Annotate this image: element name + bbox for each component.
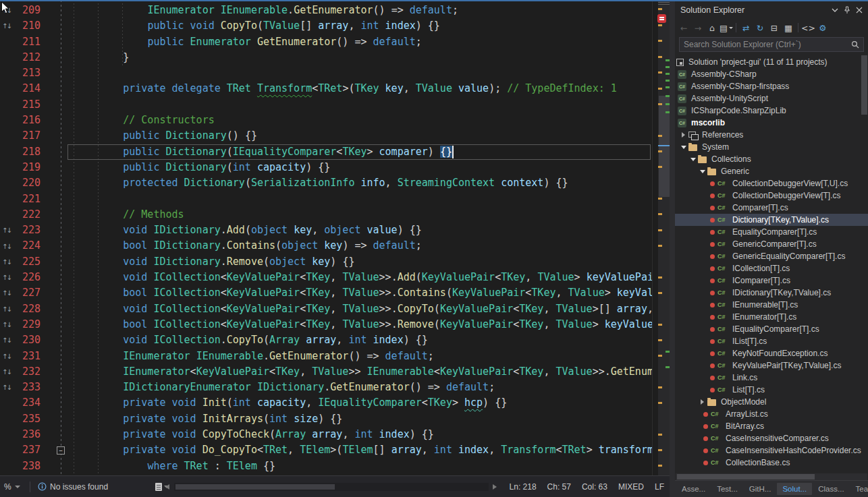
scrollbar-thumb[interactable]	[861, 55, 867, 115]
code-line[interactable]: protected Dictionary(SerializationInfo i…	[74, 175, 652, 191]
line-number[interactable]: 236	[12, 427, 40, 442]
tree-item-icollection-t-cs[interactable]: C#ICollection[T].cs	[675, 262, 868, 274]
navigate-back-icon[interactable]: ←	[677, 21, 690, 34]
line-number[interactable]: 209	[12, 3, 40, 18]
line-number[interactable]: 225	[12, 254, 40, 270]
tree-item-comparer-t-cs[interactable]: C#Comparer[T].cs	[675, 202, 868, 214]
file-health-error-icon[interactable]	[657, 14, 666, 23]
code-line[interactable]: bool ICollection<KeyValuePair<TKey, TVal…	[74, 285, 652, 301]
code-line[interactable]: public void CopyTo(TValue[] array, int i…	[74, 18, 652, 34]
line-number[interactable]: 219	[12, 160, 40, 175]
sync-with-active-document-icon[interactable]: ⇄	[739, 21, 753, 34]
code-line[interactable]: private void Do_CopyTo<TRet, TElem>(TEle…	[74, 442, 652, 458]
tab-asse[interactable]: Asse...	[676, 483, 711, 495]
override-indicator-icon[interactable]: ↑↓	[2, 332, 11, 348]
scroll-left-arrow[interactable]	[165, 484, 169, 490]
line-number[interactable]: 227	[12, 285, 40, 301]
tree-item-system[interactable]: System	[675, 141, 868, 153]
tree-item-assembly-csharp[interactable]: C#Assembly-CSharp	[675, 68, 868, 80]
tree-item-assembly-unityscript[interactable]: C#Assembly-UnityScript	[675, 92, 868, 105]
vertical-scrollbar[interactable]	[652, 0, 670, 475]
line-number[interactable]: 237	[12, 442, 40, 458]
code-line[interactable]: void IDictionary.Remove(object key) {}	[74, 254, 652, 270]
line-number[interactable]: 218	[12, 144, 40, 160]
tree-item-bitarray-cs[interactable]: C#BitArray.cs	[675, 420, 868, 432]
code-line[interactable]: where TRet : TElem {}	[74, 459, 652, 474]
window-position-button[interactable]	[829, 4, 841, 16]
tree-item-link-cs[interactable]: C#Link.cs	[675, 372, 868, 384]
tab-solut[interactable]: Solut...	[777, 483, 812, 495]
pin-button[interactable]	[841, 4, 853, 16]
tree-item-assembly-csharp-firstpass[interactable]: C#Assembly-CSharp-firstpass	[675, 80, 868, 92]
tree-item-collections[interactable]: Collections	[675, 153, 868, 165]
tree-item-genericequalitycomparer-t-cs[interactable]: C#GenericEqualityComparer[T].cs	[675, 250, 868, 262]
code-line[interactable]: // Methods	[74, 207, 652, 223]
override-indicator-icon[interactable]: ↑↓	[2, 223, 11, 238]
close-button[interactable]	[853, 4, 865, 16]
line-number[interactable]: 215	[12, 97, 40, 113]
tree-item-collectionbase-cs[interactable]: C#CollectionBase.cs	[675, 457, 868, 469]
tree-item-solution-project-gui-11-of-11-projects[interactable]: Solution 'project-gui' (11 of 11 project…	[675, 56, 868, 68]
code-line[interactable]: private void CopyToCheck(Array array, in…	[74, 427, 652, 442]
search-input[interactable]	[680, 40, 847, 49]
code-line[interactable]: // Constructors	[74, 113, 652, 128]
refresh-icon[interactable]: ↻	[753, 21, 767, 34]
tree-item-collectiondebuggerview-t-u-cs[interactable]: C#CollectionDebuggerView[T,U].cs	[675, 177, 868, 189]
line-number[interactable]: 212	[12, 50, 40, 65]
properties-icon[interactable]: ⚙	[816, 21, 830, 34]
code-line[interactable]: IEnumerator IEnumerable.GetEnumerator() …	[74, 349, 652, 364]
scroll-right-arrow[interactable]	[493, 484, 497, 490]
override-indicator-icon[interactable]: ↑↓	[2, 364, 11, 380]
code-line[interactable]: public Dictionary() {}	[74, 128, 652, 144]
code-line[interactable]	[74, 192, 652, 207]
tree-item-equalitycomparer-t-cs[interactable]: C#EqualityComparer[T].cs	[675, 226, 868, 238]
code-editor[interactable]: ↑↓↑↓↑↓↑↓↑↓↑↓↑↓↑↓↑↓↑↓↑↓↑↓↑↓ 2092102112122…	[0, 0, 670, 475]
override-indicator-icon[interactable]: ↑↓	[2, 301, 11, 317]
tree-vertical-scrollbar[interactable]	[861, 54, 868, 467]
line-number[interactable]: 230	[12, 332, 40, 348]
code-line[interactable]: private delegate TRet Transform<TRet>(TK…	[74, 81, 652, 96]
panel-splitter[interactable]	[670, 0, 675, 497]
code-line[interactable]: void ICollection<KeyValuePair<TKey, TVal…	[74, 301, 652, 317]
expander-collapsed-icon[interactable]	[699, 399, 706, 405]
line-number[interactable]: 233	[12, 380, 40, 395]
zoom-control[interactable]: %	[4, 476, 20, 497]
tree-item-dictionary-tkey-tvalue-cs[interactable]: C#Dictionary[TKey,TValue].cs	[675, 214, 868, 226]
line-number[interactable]: 210	[12, 18, 40, 34]
tab-test[interactable]: Test...	[711, 483, 743, 495]
override-indicator-icon[interactable]: ↑↓	[2, 254, 11, 270]
expander-expanded-icon[interactable]	[699, 168, 706, 175]
line-number[interactable]: 229	[12, 317, 40, 332]
expander-expanded-icon[interactable]	[680, 144, 687, 150]
horizontal-scrollbar-thumb[interactable]	[175, 484, 335, 490]
tree-item-ienumerator-t-cs[interactable]: C#IEnumerator[T].cs	[675, 311, 868, 323]
tab-gith[interactable]: GitH...	[744, 483, 777, 495]
tree-item-idictionary-tkey-tvalue-cs[interactable]: C#IDictionary[TKey,TValue].cs	[675, 287, 868, 299]
tree-item-keyvaluepair-tkey-tvalue-cs[interactable]: C#KeyValuePair[TKey,TValue].cs	[675, 359, 868, 372]
tree-item-list-t-cs[interactable]: C#List[T].cs	[675, 384, 868, 396]
collapse-region-toggle[interactable]	[57, 446, 65, 455]
line-number[interactable]: 221	[12, 192, 40, 207]
navigate-forward-icon[interactable]: →	[691, 21, 705, 34]
line-number[interactable]: 211	[12, 34, 40, 50]
tab-class[interactable]: Class...	[813, 483, 849, 495]
code-line[interactable]: void ICollection.CopyTo(Array array, int…	[74, 332, 652, 348]
code-line[interactable]: }	[74, 50, 652, 65]
view-code-icon[interactable]: <>	[801, 21, 815, 34]
line-number[interactable]: 223	[12, 223, 40, 238]
line-number[interactable]: 224	[12, 238, 40, 254]
tree-item-icsharpcode-sharpziplib[interactable]: C#ICSharpCode.SharpZipLib	[675, 105, 868, 117]
code-line[interactable]: IDictionaryEnumerator IDictionary.GetEnu…	[74, 380, 652, 395]
code-line[interactable]	[74, 65, 652, 81]
expander-expanded-icon[interactable]	[690, 156, 697, 163]
horizontal-scrollbar[interactable]	[174, 483, 489, 491]
code-line[interactable]: void IDictionary.Add(object key, object …	[74, 223, 652, 238]
code-line[interactable]: public Dictionary(int capacity) {}	[74, 160, 652, 175]
line-number[interactable]: 217	[12, 128, 40, 144]
line-number[interactable]: 235	[12, 411, 40, 427]
tree-item-objectmodel[interactable]: ObjectModel	[675, 396, 868, 408]
tree-item-references[interactable]: References	[675, 129, 868, 141]
override-indicator-icon[interactable]: ↑↓	[2, 270, 11, 285]
scrollbar-thumb[interactable]	[677, 474, 815, 479]
tree-horizontal-scrollbar[interactable]	[676, 473, 867, 480]
